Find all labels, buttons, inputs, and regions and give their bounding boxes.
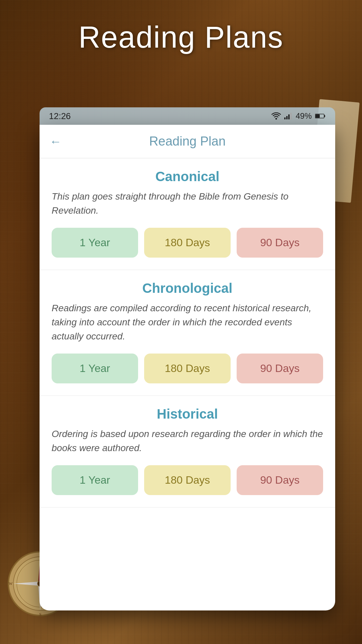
svg-rect-1 bbox=[284, 117, 286, 119]
canonical-180days-button[interactable]: 180 Days bbox=[144, 228, 231, 258]
chronological-1year-button[interactable]: 1 Year bbox=[52, 354, 138, 383]
app-header: ← Reading Plan bbox=[40, 125, 335, 158]
plan-section-historical: Historical Ordering is based upon resear… bbox=[40, 396, 335, 507]
chronological-90days-button[interactable]: 90 Days bbox=[237, 354, 323, 383]
app-header-title: Reading Plan bbox=[149, 134, 226, 149]
plan-desc-historical: Ordering is based upon research regardin… bbox=[52, 427, 323, 455]
plan-section-chronological: Chronological Readings are compiled acco… bbox=[40, 270, 335, 396]
plan-section-canonical: Canonical This plan goes straight throug… bbox=[40, 158, 335, 270]
status-time: 12:26 bbox=[49, 111, 71, 121]
chronological-180days-button[interactable]: 180 Days bbox=[144, 354, 231, 383]
canonical-1year-button[interactable]: 1 Year bbox=[52, 228, 138, 258]
wifi-icon bbox=[272, 112, 281, 120]
svg-text:S: S bbox=[39, 612, 42, 617]
content-scroll[interactable]: Canonical This plan goes straight throug… bbox=[40, 158, 335, 610]
plan-desc-chronological: Readings are compiled according to recen… bbox=[52, 301, 323, 343]
signal-icon bbox=[284, 113, 292, 119]
battery-text: 49% bbox=[296, 111, 312, 121]
svg-rect-6 bbox=[315, 114, 320, 118]
svg-text:W: W bbox=[9, 581, 13, 586]
svg-rect-4 bbox=[290, 113, 292, 119]
historical-90days-button[interactable]: 90 Days bbox=[237, 465, 323, 495]
plan-buttons-canonical: 1 Year 180 Days 90 Days bbox=[52, 228, 323, 258]
status-icons: 49% bbox=[272, 111, 326, 121]
page-title: Reading Plans bbox=[0, 20, 362, 55]
phone-card: ← Reading Plan Canonical This plan goes … bbox=[40, 125, 335, 610]
back-button[interactable]: ← bbox=[50, 136, 62, 148]
historical-180days-button[interactable]: 180 Days bbox=[144, 465, 231, 495]
canonical-90days-button[interactable]: 90 Days bbox=[237, 228, 323, 258]
svg-rect-2 bbox=[286, 116, 288, 119]
plan-title-historical: Historical bbox=[52, 407, 323, 422]
svg-point-0 bbox=[275, 118, 277, 120]
status-bar: 12:26 49% bbox=[40, 107, 335, 125]
plan-buttons-historical: 1 Year 180 Days 90 Days bbox=[52, 465, 323, 495]
battery-icon bbox=[315, 113, 326, 119]
historical-1year-button[interactable]: 1 Year bbox=[52, 465, 138, 495]
svg-rect-3 bbox=[288, 114, 290, 119]
plan-title-canonical: Canonical bbox=[52, 169, 323, 184]
plan-buttons-chronological: 1 Year 180 Days 90 Days bbox=[52, 354, 323, 383]
plan-title-chronological: Chronological bbox=[52, 281, 323, 296]
plan-desc-canonical: This plan goes straight through the Bibl… bbox=[52, 190, 323, 218]
svg-rect-7 bbox=[324, 115, 325, 117]
